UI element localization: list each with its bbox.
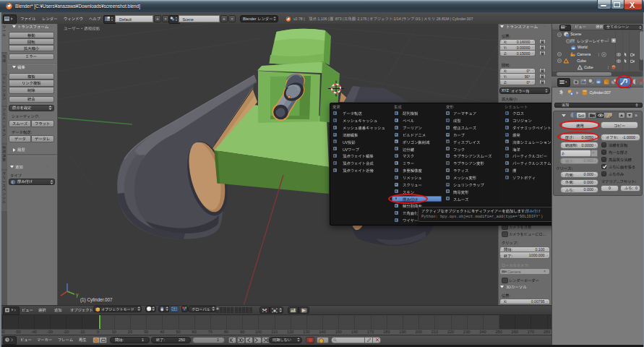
svg-text:(1) Cylinder.007: (1) Cylinder.007 <box>80 297 113 303</box>
svg-text:y: y <box>76 292 79 298</box>
